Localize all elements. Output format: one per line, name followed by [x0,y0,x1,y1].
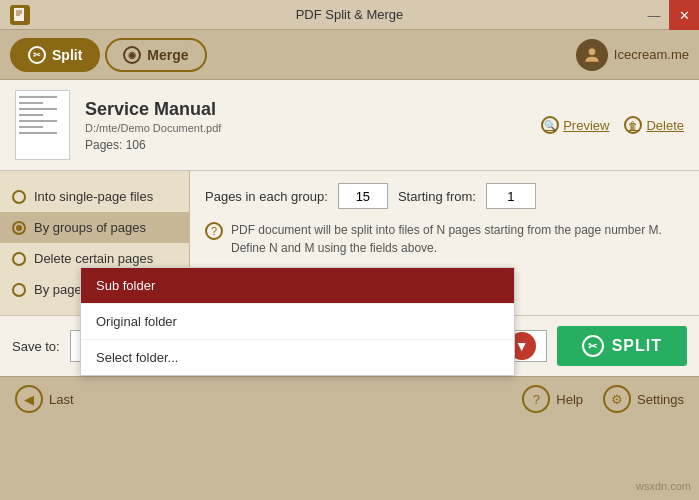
option-groups[interactable]: By groups of pages [0,212,189,243]
file-pages: Pages: 106 [85,138,526,152]
split-label: Split [52,47,82,63]
option-single[interactable]: Into single-page files [0,181,189,212]
merge-label: Merge [147,47,188,63]
close-button[interactable]: ✕ [669,0,699,30]
bottom-bar: ◀ Last ? Help ⚙ Settings [0,376,699,421]
thumb-line-5 [19,120,57,122]
config-row: Pages in each group: Starting from: [205,183,684,209]
split-button[interactable]: ✂ SPLIT [557,326,687,366]
radio-delete [12,252,26,266]
starting-label: Starting from: [398,189,476,204]
watermark: wsxdn.com [636,480,691,492]
option-delete-label: Delete certain pages [34,251,153,266]
info-box: ? PDF document will be split into files … [205,221,684,257]
split-button-label: SPLIT [612,337,662,355]
split-icon: ✂ [28,46,46,64]
delete-label: Delete [646,118,684,133]
info-text: PDF document will be split into files of… [231,221,684,257]
file-path: D:/mte/Demo Document.pdf [85,122,526,134]
file-info: Service Manual D:/mte/Demo Document.pdf … [0,80,699,171]
pages-label: Pages in each group: [205,189,328,204]
settings-button[interactable]: ⚙ Settings [603,385,684,413]
option-single-label: Into single-page files [34,189,153,204]
settings-icon: ⚙ [603,385,631,413]
dropdown-item-subfolder[interactable]: Sub folder [81,268,514,304]
file-name: Service Manual [85,99,526,120]
window-controls: — ✕ [639,0,699,30]
user-info: Icecream.me [576,39,689,71]
help-button[interactable]: ? Help [522,385,583,413]
help-label: Help [556,392,583,407]
last-label: Last [49,392,74,407]
dropdown-item-original[interactable]: Original folder [81,304,514,340]
split-tab[interactable]: ✂ Split [10,38,100,72]
title-bar: PDF Split & Merge — ✕ [0,0,699,30]
window-title: PDF Split & Merge [296,7,404,22]
user-label: Icecream.me [614,47,689,62]
starting-input[interactable] [486,183,536,209]
preview-link[interactable]: 🔍 Preview [541,116,609,134]
info-icon: ? [205,222,223,240]
dropdown-item-select[interactable]: Select folder... [81,340,514,375]
merge-tab[interactable]: ◉ Merge [105,38,206,72]
save-row: Save to: Sub folder ▼ ✂ SPLIT Sub folder… [0,315,699,376]
pages-input[interactable] [338,183,388,209]
thumb-line-7 [19,132,57,134]
file-details: Service Manual D:/mte/Demo Document.pdf … [85,99,526,152]
thumb-line-4 [19,114,43,116]
save-dropdown: Sub folder Original folder Select folder… [80,267,515,376]
settings-label: Settings [637,392,684,407]
avatar [576,39,608,71]
split-button-icon: ✂ [582,335,604,357]
preview-label: Preview [563,118,609,133]
last-button[interactable]: ◀ Last [15,385,74,413]
save-label: Save to: [12,339,60,354]
minimize-button[interactable]: — [639,0,669,30]
last-icon: ◀ [15,385,43,413]
file-thumbnail [15,90,70,160]
option-groups-label: By groups of pages [34,220,146,235]
radio-ranges [12,283,26,297]
preview-icon: 🔍 [541,116,559,134]
bottom-right: ? Help ⚙ Settings [522,385,684,413]
svg-point-4 [589,48,596,55]
delete-icon: 🗑 [624,116,642,134]
thumb-line-6 [19,126,43,128]
main-content: Service Manual D:/mte/Demo Document.pdf … [0,80,699,376]
radio-groups [12,221,26,235]
help-icon: ? [522,385,550,413]
thumb-line-1 [19,96,57,98]
merge-icon: ◉ [123,46,141,64]
radio-single [12,190,26,204]
thumb-line-3 [19,108,57,110]
toolbar: ✂ Split ◉ Merge Icecream.me [0,30,699,80]
delete-link[interactable]: 🗑 Delete [624,116,684,134]
app-icon [10,5,30,25]
file-actions: 🔍 Preview 🗑 Delete [541,116,684,134]
thumb-line-2 [19,102,43,104]
